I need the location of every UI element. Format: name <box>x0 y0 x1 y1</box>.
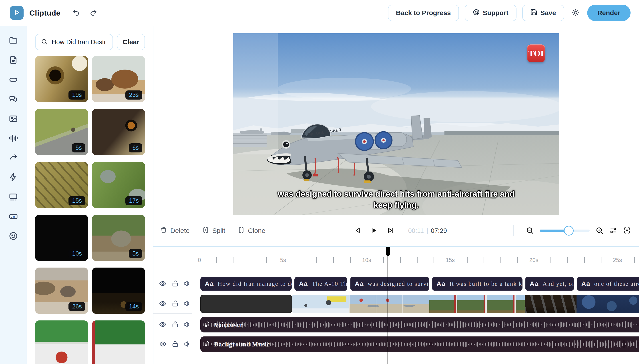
duration-badge: 15s <box>69 196 85 205</box>
search-input[interactable] <box>52 38 109 46</box>
delete-button[interactable]: Delete <box>160 226 190 235</box>
media-thumbnail[interactable]: 5s <box>35 109 88 155</box>
save-icon <box>530 9 537 17</box>
eye-icon <box>159 340 167 348</box>
video-clip[interactable] <box>525 295 576 313</box>
ruler-tick <box>266 257 267 263</box>
media-thumbnail[interactable]: 19s <box>35 56 88 102</box>
slider-handle[interactable] <box>564 226 574 236</box>
volume-icon <box>184 321 191 329</box>
text-clip[interactable]: AaIt was built to be a tank killer, a <box>432 277 522 291</box>
track-voiceover-lock-toggle[interactable] <box>170 320 180 330</box>
support-button[interactable]: Support <box>465 5 516 21</box>
track-row-divider <box>153 313 192 314</box>
search-box[interactable] <box>35 34 113 50</box>
media-thumbnail[interactable] <box>92 320 145 364</box>
playhead[interactable] <box>386 247 390 364</box>
track-voiceover-visibility-toggle[interactable] <box>158 320 168 330</box>
video-clip[interactable] <box>429 295 525 313</box>
track-text-mute-toggle[interactable] <box>183 279 192 289</box>
track-row-divider <box>153 352 192 352</box>
transition-icon <box>9 153 18 163</box>
duration-badge: 26s <box>69 302 85 311</box>
render-button[interactable]: Render <box>587 5 630 21</box>
track-video-mute-toggle[interactable] <box>183 299 192 309</box>
clear-search-button[interactable]: Clear <box>117 34 145 50</box>
text-clip[interactable]: AaHow did Iran manage to destroy <box>200 277 292 291</box>
video-preview[interactable]: TOI THE UNLEASHER was designed to surviv… <box>233 33 559 215</box>
editor-main: TOI THE UNLEASHER was designed to surviv… <box>153 26 639 364</box>
ruler-label: 10s <box>362 257 371 263</box>
skip-back-icon <box>353 226 361 235</box>
video-clip[interactable] <box>292 295 349 313</box>
fit-to-screen-button[interactable] <box>623 226 631 235</box>
effects-icon <box>9 173 18 183</box>
undo-button[interactable] <box>70 7 82 19</box>
track-video-lock-toggle[interactable] <box>170 299 180 309</box>
sidebar-item-gif[interactable]: GIF <box>0 207 27 227</box>
clone-button[interactable]: Clone <box>238 226 265 235</box>
track-voiceover-mute-toggle[interactable] <box>183 320 192 330</box>
back-to-progress-button[interactable]: Back to Progress <box>388 5 459 21</box>
skip-forward-button[interactable] <box>387 226 395 235</box>
video-clip[interactable] <box>576 295 639 313</box>
track-text-lock-toggle[interactable] <box>170 279 180 289</box>
media-thumbnail[interactable] <box>35 320 88 364</box>
clip-toolbar: Delete Split Clone <box>153 215 639 246</box>
play-logo-icon <box>13 9 21 17</box>
theme-toggle-button[interactable] <box>570 7 581 19</box>
media-thumbnail[interactable]: 6s <box>92 109 145 155</box>
media-thumbnail[interactable]: 10s <box>35 215 88 261</box>
track-music-lock-toggle[interactable] <box>170 339 180 349</box>
duration-badge: 5s <box>129 249 142 258</box>
sidebar-item-effects[interactable] <box>0 168 27 188</box>
save-button[interactable]: Save <box>522 5 564 21</box>
sidebar-item-button[interactable] <box>0 70 27 90</box>
skip-back-button[interactable] <box>353 226 361 235</box>
video-clip[interactable] <box>200 295 292 313</box>
lock-icon <box>171 300 179 308</box>
media-thumbnail[interactable]: 14s <box>92 268 145 314</box>
voiceover-clip[interactable]: Voiceover <box>200 317 639 332</box>
sidebar-item-screen[interactable] <box>0 188 27 207</box>
text-clip[interactable]: AaThe A-10 Thund <box>294 277 347 291</box>
track-music-visibility-toggle[interactable] <box>158 339 168 349</box>
undo-icon <box>72 9 80 17</box>
sidebar-item-chat[interactable] <box>0 90 27 109</box>
zoom-in-button[interactable] <box>595 226 603 235</box>
play-button[interactable] <box>370 226 378 235</box>
sidebar-item-script[interactable] <box>0 51 27 70</box>
media-thumbnail[interactable]: 15s <box>35 162 88 208</box>
media-thumbnail[interactable]: 26s <box>35 268 88 314</box>
eye-icon <box>159 321 167 329</box>
track-text-visibility-toggle[interactable] <box>158 279 168 289</box>
sidebar-item-image[interactable] <box>0 109 27 129</box>
media-thumbnail[interactable]: 17s <box>92 162 145 208</box>
zoom-in-icon <box>595 226 603 235</box>
sidebar-item-folder[interactable] <box>0 31 27 51</box>
volume-icon <box>184 300 191 308</box>
timeline-zoom-slider[interactable] <box>540 230 590 232</box>
sidebar-item-audio[interactable] <box>0 129 27 148</box>
duration-badge: 19s <box>69 90 85 100</box>
ruler-tick <box>550 257 551 263</box>
media-thumbnail[interactable]: 23s <box>92 56 145 102</box>
media-thumbnail[interactable]: 5s <box>92 215 145 261</box>
timeline-settings-button[interactable] <box>609 226 617 235</box>
timeline-ruler[interactable]: 05s10s15s20s25s <box>192 247 639 269</box>
music-clip[interactable]: Background Music <box>200 336 639 352</box>
subtitle-line-2: keep flying. <box>256 200 536 211</box>
waveform <box>200 336 639 352</box>
track-music-mute-toggle[interactable] <box>183 339 192 349</box>
sidebar-item-emoji[interactable] <box>0 227 27 246</box>
zoom-out-button[interactable] <box>526 226 534 235</box>
sidebar-item-transition[interactable] <box>0 148 27 168</box>
text-clip[interactable]: AaAnd yet, on A <box>525 277 574 291</box>
zoom-out-icon <box>526 226 534 235</box>
image-icon <box>9 114 18 124</box>
text-clip[interactable]: Aaone of these aircraf <box>577 277 639 291</box>
track-video-visibility-toggle[interactable] <box>158 299 168 309</box>
redo-button[interactable] <box>88 7 99 19</box>
split-button[interactable]: Split <box>202 226 225 235</box>
sun-icon <box>572 9 580 17</box>
